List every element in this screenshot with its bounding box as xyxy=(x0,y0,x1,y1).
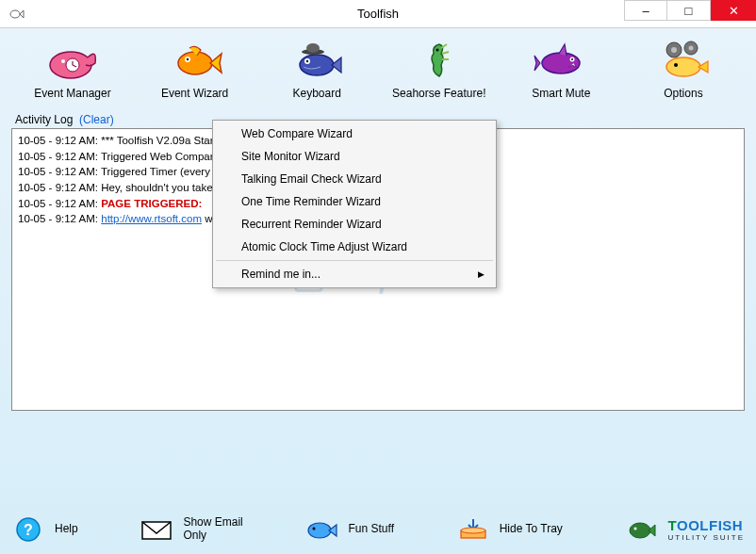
svg-point-4 xyxy=(178,52,212,74)
svg-point-30 xyxy=(633,528,636,530)
menu-separator xyxy=(216,260,493,261)
fish-icon xyxy=(304,516,338,543)
seahorse-icon xyxy=(409,38,469,83)
event-wizard-button[interactable]: Event Wizard xyxy=(143,38,247,100)
close-button[interactable]: ✕ xyxy=(711,0,756,21)
keyboard-button[interactable]: Keyboard xyxy=(265,38,369,100)
bottom-label: Show Email Only xyxy=(183,516,242,543)
svg-point-29 xyxy=(630,523,650,538)
toolbar-label: Event Wizard xyxy=(161,87,228,100)
toolbar-label: Options xyxy=(664,87,702,100)
svg-point-16 xyxy=(666,57,700,76)
svg-point-17 xyxy=(674,63,678,67)
svg-point-0 xyxy=(10,10,20,18)
submenu-arrow-icon: ▶ xyxy=(478,269,485,279)
toolfish-logo: TOOLFISH UTILITY SUITE xyxy=(625,516,745,543)
window-title: Toolfish xyxy=(357,7,399,21)
envelope-icon xyxy=(140,516,173,543)
svg-text:?: ? xyxy=(24,522,33,538)
show-email-button[interactable]: Show Email Only xyxy=(140,516,242,543)
fish-blue-hat-icon xyxy=(287,38,347,83)
menu-atomic-clock-wizard[interactable]: Atomic Clock Time Adjust Wizard xyxy=(215,236,494,258)
help-button[interactable]: ? Help xyxy=(11,516,78,543)
svg-point-2 xyxy=(61,59,65,63)
toolbar-label: Smart Mute xyxy=(532,87,590,100)
clear-log-link[interactable]: (Clear) xyxy=(79,113,114,126)
menu-web-compare-wizard[interactable]: Web Compare Wizard xyxy=(215,122,494,145)
toolbar-label: Keyboard xyxy=(293,87,341,100)
svg-point-11 xyxy=(306,60,308,62)
title-bar: Toolfish – □ ✕ xyxy=(0,0,756,28)
svg-point-28 xyxy=(461,528,485,533)
bottom-label: Help xyxy=(55,523,78,536)
svg-point-26 xyxy=(313,528,316,530)
fish-orange-icon xyxy=(165,38,225,83)
menu-site-monitor-wizard[interactable]: Site Monitor Wizard xyxy=(215,145,494,168)
toolbar-label: Event Manager xyxy=(34,87,110,100)
window-controls: – □ ✕ xyxy=(624,0,756,21)
menu-talking-email-check-wizard[interactable]: Talking Email Check Wizard xyxy=(215,168,494,190)
bottom-label: Fun Stuff xyxy=(348,523,393,536)
gear-fish-icon xyxy=(653,38,714,83)
activity-log-label: Activity Log xyxy=(15,113,73,126)
maximize-button[interactable]: □ xyxy=(667,0,711,21)
options-button[interactable]: Options xyxy=(632,38,735,100)
svg-point-9 xyxy=(306,43,320,53)
svg-point-19 xyxy=(671,47,677,53)
minimize-button[interactable]: – xyxy=(624,0,667,21)
logo-t: T xyxy=(668,517,677,533)
bottom-bar: ? Help Show Email Only Fun Stuff Hide To… xyxy=(11,516,745,543)
help-icon: ? xyxy=(11,516,45,543)
app-icon xyxy=(8,5,26,24)
logo-fish-icon xyxy=(625,516,659,543)
svg-point-21 xyxy=(688,46,693,51)
svg-point-12 xyxy=(436,49,438,52)
bottom-label: Hide To Tray xyxy=(500,523,563,536)
svg-point-15 xyxy=(571,58,573,60)
event-manager-button[interactable]: Event Manager xyxy=(21,38,124,100)
logo-rest: OOLFISH xyxy=(677,517,743,533)
logo-subtitle: UTILITY SUITE xyxy=(668,533,745,542)
fun-stuff-button[interactable]: Fun Stuff xyxy=(304,516,393,543)
seahorse-button[interactable]: Seahorse Feature! xyxy=(387,38,491,100)
svg-point-6 xyxy=(186,58,188,60)
smart-mute-button[interactable]: Smart Mute xyxy=(509,38,613,100)
log-link[interactable]: http://www.rtsoft.com xyxy=(101,213,202,224)
tray-icon xyxy=(456,516,490,543)
menu-one-time-reminder-wizard[interactable]: One Time Reminder Wizard xyxy=(215,190,494,213)
event-wizard-menu: Web Compare Wizard Site Monitor Wizard T… xyxy=(212,120,497,288)
client-area: Event Manager Event Wizard Keyboard Seah… xyxy=(0,28,756,554)
svg-point-7 xyxy=(300,55,334,75)
svg-point-25 xyxy=(308,523,331,538)
hide-to-tray-button[interactable]: Hide To Tray xyxy=(456,516,563,543)
menu-recurrent-reminder-wizard[interactable]: Recurrent Reminder Wizard xyxy=(215,213,494,236)
shark-purple-icon xyxy=(531,38,591,83)
toolbar-label: Seahorse Feature! xyxy=(392,87,485,100)
main-toolbar: Event Manager Event Wizard Keyboard Seah… xyxy=(11,38,745,107)
whale-icon xyxy=(42,38,103,83)
menu-remind-me-in[interactable]: Remind me in...▶ xyxy=(215,263,494,285)
